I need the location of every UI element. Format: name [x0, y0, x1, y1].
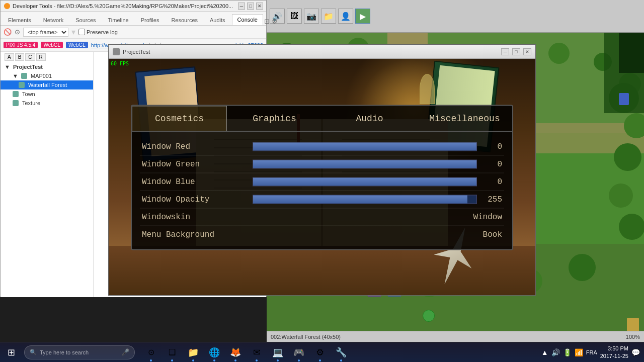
tray-wifi-icon[interactable]: 📶 — [575, 348, 583, 356]
window-green-label: Window Green — [142, 160, 253, 169]
taskbar-app-firefox[interactable]: 🦊 — [225, 342, 246, 363]
game-close-btn[interactable]: ✕ — [523, 48, 531, 55]
taskbar-app-taskview[interactable]: ❑ — [162, 342, 182, 363]
devtools-sidebar: A B C R ▼ ProjectTest ▼ MAP001 Waterfall… — [1, 52, 94, 297]
webgl-blue-tag[interactable]: WebGL — [66, 42, 88, 48]
settings-row-window-opacity: Window Opacity 255 — [140, 191, 504, 209]
game-window[interactable]: ProjectTest ─ □ ✕ — [108, 44, 536, 296]
settings-row-window-blue: Window Blue 0 — [140, 173, 504, 191]
menu-background-value: Book — [253, 230, 502, 239]
window-red-slider[interactable] — [253, 142, 477, 151]
window-red-label: Window Red — [142, 142, 253, 151]
fps-counter: 60 FPS — [111, 61, 129, 66]
window-green-value: 0 — [477, 160, 502, 169]
toolbar-image-btn[interactable]: 🖼 — [287, 9, 302, 24]
clock[interactable]: 3:50 PM 2017-11-25 — [600, 345, 628, 359]
window-green-fill — [253, 160, 476, 168]
tray-network-icon[interactable]: ▲ — [541, 348, 548, 356]
taskbar-app-pc[interactable]: 💻 — [268, 342, 288, 363]
tab-sources[interactable]: Sources — [70, 15, 101, 25]
taskbar-app-explorer[interactable]: 📁 — [183, 342, 203, 363]
devtools-settings-icon[interactable]: ⚙ — [272, 18, 278, 25]
abcr-a-btn[interactable]: A — [5, 53, 14, 61]
abcr-c-btn[interactable]: C — [25, 53, 35, 61]
tab-profiles[interactable]: Profiles — [135, 15, 165, 25]
webgl-tag[interactable]: WebGL — [41, 42, 63, 48]
settings-tab-miscellaneous[interactable]: Miscellaneous — [417, 106, 512, 131]
game-minimize-btn[interactable]: ─ — [501, 48, 509, 55]
tree-item-waterfall-forest[interactable]: Waterfall Forest — [1, 80, 93, 89]
taskbar-app-cortana[interactable]: ⊙ — [141, 342, 161, 363]
devtools-tabs: Elements Network Sources Timeline Profil… — [1, 12, 266, 26]
tree-item-texture[interactable]: Texture — [1, 99, 93, 108]
settings-tab-cosmetics[interactable]: Cosmetics — [132, 106, 227, 131]
tab-console[interactable]: Console — [232, 14, 263, 25]
tab-audits[interactable]: Audits — [204, 15, 231, 25]
search-bar[interactable]: 🔍 Type here to search 🎤 — [24, 345, 135, 359]
taskbar-right: ▲ 🔊 🔋 📶 FRA 3:50 PM 2017-11-25 💬 — [541, 345, 644, 359]
devtools-restore-btn[interactable]: □ — [247, 3, 254, 10]
toolbar-folder-btn[interactable]: 📁 — [321, 9, 336, 24]
preserve-log-label: Preserve log — [78, 29, 118, 35]
settings-row-window-red: Window Red 0 — [140, 138, 504, 156]
taskbar-app-misc2[interactable]: 🔧 — [331, 342, 351, 363]
window-blue-value: 0 — [477, 177, 502, 187]
microphone-icon[interactable]: 🎤 — [121, 348, 129, 356]
window-blue-slider[interactable] — [253, 177, 477, 187]
clear-console-icon[interactable]: 🚫 — [4, 28, 12, 36]
clock-time: 3:50 PM — [600, 345, 628, 352]
devtools-toolbar: 🚫 ⊙ <top frame> ▾ Preserve log — [1, 26, 266, 39]
settings-content: Window Red 0 Window Green 0 Window — [132, 132, 512, 249]
tab-elements[interactable]: Elements — [3, 15, 37, 25]
tab-network[interactable]: Network — [38, 15, 69, 25]
devtools-title: Developer Tools - file:///D:/Alex/5.%20G… — [13, 3, 236, 9]
window-opacity-label: Window Opacity — [142, 195, 253, 204]
notification-icon[interactable]: 💬 — [631, 348, 640, 356]
window-blue-fill — [253, 178, 476, 186]
map-info: 002:Waterfall Forest (40x50) — [271, 334, 341, 340]
taskbar-app-misc1[interactable]: ⚙ — [310, 342, 330, 363]
preserve-log-checkbox[interactable] — [78, 29, 85, 35]
search-placeholder: Type here to search — [40, 349, 89, 355]
language-indicator[interactable]: FRA — [586, 349, 597, 355]
filter-icon[interactable]: ⊙ — [15, 28, 20, 36]
settings-row-windowskin: Windowskin Window — [140, 209, 504, 226]
abcr-r-btn[interactable]: R — [36, 53, 46, 61]
window-green-slider[interactable] — [253, 160, 477, 169]
toolbar-character-btn[interactable]: 👤 — [338, 9, 353, 24]
search-icon: 🔍 — [30, 349, 37, 355]
window-red-fill — [253, 143, 476, 151]
windowskin-value: Window — [253, 213, 502, 222]
devtools-close-btn[interactable]: ✕ — [256, 3, 263, 10]
taskbar-apps: ⊙ ❑ 📁 🌐 🦊 ✉ 💻 🎮 ⚙ 🔧 — [141, 342, 351, 363]
devtools-minimize-btn[interactable]: ─ — [238, 3, 245, 10]
settings-dialog[interactable]: Cosmetics Graphics Audio Miscellaneous W… — [131, 105, 513, 250]
pixi-tag[interactable]: PIXI JS 4.5.4 — [4, 42, 38, 48]
window-opacity-slider[interactable] — [253, 195, 477, 204]
settings-tab-audio[interactable]: Audio — [322, 106, 417, 131]
window-opacity-fill — [253, 196, 467, 204]
tree-root-projecttest[interactable]: ▼ ProjectTest — [1, 62, 93, 71]
settings-tab-graphics[interactable]: Graphics — [227, 106, 322, 131]
start-button[interactable]: ⊞ — [0, 342, 22, 363]
toolbar-image2-btn[interactable]: 📷 — [304, 9, 319, 24]
tree-item-map001[interactable]: ▼ MAP001 — [1, 71, 93, 80]
devtools-dock-icon[interactable]: ⊡ — [264, 18, 270, 25]
taskbar-app-mail[interactable]: ✉ — [247, 342, 267, 363]
tab-resources[interactable]: Resources — [166, 15, 203, 25]
tray-sound-icon[interactable]: 🔊 — [551, 348, 560, 356]
tab-timeline[interactable]: Timeline — [103, 15, 134, 25]
taskbar-app-rpgmaker[interactable]: 🎮 — [289, 342, 309, 363]
toolbar-play-btn[interactable]: ▶ — [355, 9, 370, 24]
taskbar-app-browser[interactable]: 🌐 — [204, 342, 224, 363]
tree-item-town[interactable]: Town — [1, 89, 93, 99]
abcr-b-btn[interactable]: B — [15, 53, 25, 61]
game-restore-btn[interactable]: □ — [512, 48, 520, 55]
tray-battery-icon[interactable]: 🔋 — [563, 348, 572, 356]
rpgmaker-statusbar: 002:Waterfall Forest (40x50) 100% — [267, 331, 644, 342]
taskbar: ⊞ 🔍 Type here to search 🎤 ⊙ ❑ 📁 🌐 🦊 ✉ 💻 … — [0, 342, 644, 362]
window-blue-label: Window Blue — [142, 177, 253, 187]
window-opacity-value: 255 — [477, 195, 502, 204]
game-content: 60 FPS Cosmetics Graphics Audio Miscella… — [109, 59, 535, 296]
frame-selector[interactable]: <top frame> — [23, 28, 68, 37]
